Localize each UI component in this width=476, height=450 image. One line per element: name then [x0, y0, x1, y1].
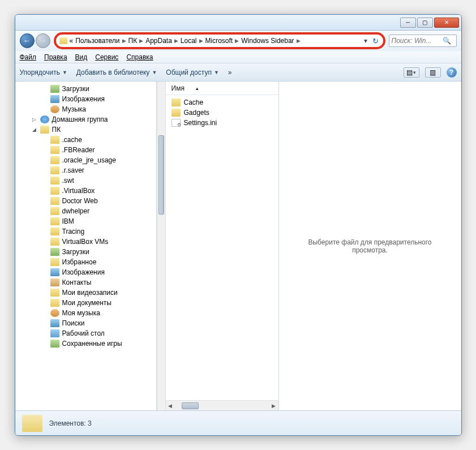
search-icon[interactable]: 🔍: [443, 37, 451, 45]
navigation-pane[interactable]: ЗагрузкиИзображенияМузыка▷Домашняя групп…: [15, 82, 157, 410]
tree-item[interactable]: Сохраненные игры: [15, 338, 156, 349]
folder-icon: [50, 238, 59, 246]
tree-item[interactable]: Doctor Web: [15, 196, 156, 206]
chevron-down-icon: ▼: [152, 70, 157, 75]
tree-item[interactable]: .cache: [15, 135, 156, 145]
content-area: ЗагрузкиИзображенияМузыка▷Домашняя групп…: [15, 82, 461, 410]
address-dropdown-button[interactable]: ▾: [362, 37, 370, 45]
scrollbar-thumb[interactable]: [158, 135, 164, 215]
menu-tools[interactable]: Сервис: [95, 53, 118, 61]
maximize-button[interactable]: ▢: [417, 18, 433, 28]
expand-icon[interactable]: ▷: [32, 117, 37, 122]
minimize-button[interactable]: ─: [400, 18, 416, 28]
breadcrumb-item[interactable]: AppData: [145, 37, 172, 45]
folder-icon: [50, 146, 59, 154]
folder-icon: [22, 415, 42, 432]
folder-icon: [50, 299, 59, 307]
breadcrumb-item[interactable]: Пользователи: [75, 37, 119, 45]
file-item[interactable]: Gadgets: [168, 108, 276, 118]
folder-icon: [50, 156, 59, 164]
folder-icon: [50, 258, 59, 266]
tree-item[interactable]: Моя музыка: [15, 308, 156, 318]
folder-icon: [50, 187, 59, 195]
tree-item[interactable]: Музыка: [15, 104, 156, 114]
file-item[interactable]: Settings.ini: [168, 118, 276, 128]
chevron-right-icon[interactable]: ▶: [199, 38, 203, 44]
chevron-right-icon[interactable]: ▶: [235, 38, 239, 44]
tree-item-label: Рабочий стол: [62, 329, 105, 337]
tree-item[interactable]: Tracing: [15, 226, 156, 237]
tree-item[interactable]: Загрузки: [15, 247, 156, 257]
chevron-right-icon[interactable]: ▶: [297, 38, 301, 44]
close-button[interactable]: ✕: [434, 18, 459, 28]
music-icon: [50, 105, 59, 113]
back-button[interactable]: ←: [20, 33, 35, 48]
preview-placeholder-text: Выберите файл для предварительного просм…: [290, 238, 450, 254]
tree-item[interactable]: Изображения: [15, 94, 156, 104]
tree-item-label: IBM: [62, 217, 74, 225]
search-input[interactable]: [392, 37, 443, 45]
titlebar[interactable]: ─ ▢ ✕: [15, 15, 461, 31]
expand-icon[interactable]: ◢: [32, 127, 37, 132]
tree-item[interactable]: IBM: [15, 216, 156, 226]
tree-item[interactable]: .FBReader: [15, 145, 156, 155]
tree-item[interactable]: .r.saver: [15, 165, 156, 175]
file-list[interactable]: CacheGadgetsSettings.ini: [166, 95, 278, 400]
file-name: Settings.ini: [184, 119, 217, 127]
view-options-button[interactable]: ▤▾: [404, 67, 419, 78]
tree-item[interactable]: Загрузки: [15, 84, 156, 94]
menu-view[interactable]: Вид: [75, 53, 88, 61]
folder-icon: [50, 228, 59, 235]
ini-icon: [171, 119, 181, 127]
address-bar[interactable]: « Пользователи▶ ПК▶ AppData▶ Local▶ Micr…: [56, 35, 362, 47]
breadcrumb-item[interactable]: Local: [181, 37, 197, 45]
search-box[interactable]: 🔍: [389, 35, 457, 47]
menu-edit[interactable]: Правка: [44, 53, 67, 61]
tree-item-label: Doctor Web: [62, 197, 98, 205]
tree-item[interactable]: Избранное: [15, 257, 156, 267]
refresh-button[interactable]: ↻: [371, 36, 381, 46]
tree-item[interactable]: .VirtualBox: [15, 186, 156, 196]
preview-pane-button[interactable]: ▥: [425, 67, 441, 78]
more-button[interactable]: »: [228, 68, 232, 76]
tree-item[interactable]: Рабочий стол: [15, 328, 156, 338]
tree-item[interactable]: Мои видеозаписи: [15, 288, 156, 298]
scrollbar-thumb[interactable]: [182, 402, 199, 409]
organize-button[interactable]: Упорядочить▼: [20, 68, 67, 76]
tree-item[interactable]: dwhelper: [15, 206, 156, 216]
preview-pane: Выберите файл для предварительного просм…: [279, 82, 461, 410]
menu-file[interactable]: Файл: [20, 53, 37, 61]
column-header[interactable]: Имя ▴: [166, 82, 278, 95]
folder-icon: [50, 207, 59, 215]
chevron-right-icon[interactable]: ▶: [139, 38, 143, 44]
tree-item-label: Загрузки: [62, 248, 89, 256]
menu-help[interactable]: Справка: [126, 53, 153, 61]
tree-item[interactable]: ▷Домашняя группа: [15, 114, 156, 125]
breadcrumb-item[interactable]: ПК: [128, 37, 138, 45]
tree-item[interactable]: VirtualBox VMs: [15, 237, 156, 247]
breadcrumb-item[interactable]: Windows Sidebar: [241, 37, 294, 45]
tree-item-label: .oracle_jre_usage: [62, 156, 116, 164]
help-button[interactable]: ?: [447, 67, 457, 78]
tree-item[interactable]: Мои документы: [15, 298, 156, 308]
add-library-button[interactable]: Добавить в библиотеку▼: [76, 68, 157, 76]
tree-item[interactable]: Изображения: [15, 267, 156, 277]
tree-item[interactable]: Поиски: [15, 318, 156, 328]
sidebar-scrollbar[interactable]: [157, 82, 166, 410]
column-name-header[interactable]: Имя: [171, 84, 185, 92]
breadcrumb-item[interactable]: Microsoft: [205, 37, 233, 45]
chevron-right-icon[interactable]: ▶: [122, 38, 126, 44]
tree-item-label: .cache: [62, 136, 82, 144]
horizontal-scrollbar[interactable]: ◀ ▶: [166, 400, 278, 410]
file-item[interactable]: Cache: [168, 97, 276, 108]
chevron-right-icon[interactable]: ▶: [174, 38, 178, 44]
tree-item[interactable]: .oracle_jre_usage: [15, 155, 156, 165]
folder-icon: [171, 98, 181, 106]
share-button[interactable]: Общий доступ▼: [166, 68, 219, 76]
forward-button[interactable]: →: [36, 33, 50, 48]
tree-item[interactable]: ◢ПК: [15, 125, 156, 135]
file-name: Gadgets: [184, 109, 209, 117]
tree-item-label: Моя музыка: [62, 309, 100, 317]
tree-item[interactable]: Контакты: [15, 277, 156, 288]
tree-item[interactable]: .swt: [15, 175, 156, 186]
